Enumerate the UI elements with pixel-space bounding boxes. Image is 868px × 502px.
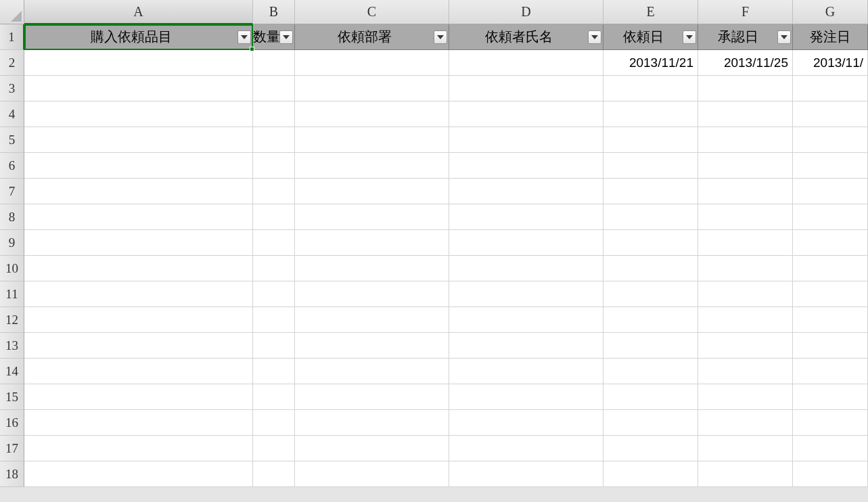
cell-d1[interactable]: 依頼者氏名 [449,24,603,50]
cell-b4[interactable] [253,101,295,127]
cell-b16[interactable] [253,410,295,436]
row-header-10[interactable]: 10 [0,256,24,281]
column-header-a[interactable]: A [24,0,253,24]
cell-g4[interactable] [793,101,868,127]
cell-d16[interactable] [449,410,603,436]
cell-d11[interactable] [449,281,603,307]
cell-b8[interactable] [253,204,295,230]
cell-d18[interactable] [449,461,603,487]
cell-g8[interactable] [793,204,868,230]
cell-a13[interactable] [24,333,253,359]
cell-g18[interactable] [793,461,868,487]
cell-e14[interactable] [603,359,698,384]
cell-f9[interactable] [698,230,793,256]
cell-b17[interactable] [253,436,295,461]
cell-f1[interactable]: 承認日 [698,24,793,50]
cell-a10[interactable] [24,256,253,281]
cell-e10[interactable] [603,256,698,281]
cell-f13[interactable] [698,333,793,359]
cell-f5[interactable] [698,127,793,153]
cell-c3[interactable] [295,76,449,101]
row-header-4[interactable]: 4 [0,101,24,127]
cell-a4[interactable] [24,101,253,127]
row-header-15[interactable]: 15 [0,384,24,410]
cell-c2[interactable] [295,50,449,76]
cell-b10[interactable] [253,256,295,281]
cell-e16[interactable] [603,410,698,436]
column-header-g[interactable]: G [793,0,868,24]
cell-c16[interactable] [295,410,449,436]
cell-c14[interactable] [295,359,449,384]
row-header-13[interactable]: 13 [0,333,24,359]
filter-button[interactable] [279,30,293,44]
cell-d2[interactable] [449,50,603,76]
cell-c12[interactable] [295,307,449,333]
cell-f18[interactable] [698,461,793,487]
cell-a3[interactable] [24,76,253,101]
cell-d10[interactable] [449,256,603,281]
cell-g10[interactable] [793,256,868,281]
cell-g1[interactable]: 発注日 [793,24,868,50]
cell-c11[interactable] [295,281,449,307]
filter-button[interactable] [434,30,447,44]
cell-d7[interactable] [449,179,603,204]
row-header-18[interactable]: 18 [0,461,24,487]
cell-b15[interactable] [253,384,295,410]
cell-a1[interactable]: 購入依頼品目 [24,24,253,50]
cell-b11[interactable] [253,281,295,307]
cell-d8[interactable] [449,204,603,230]
cell-f8[interactable] [698,204,793,230]
cell-b13[interactable] [253,333,295,359]
cell-f16[interactable] [698,410,793,436]
cell-f6[interactable] [698,153,793,179]
cell-g13[interactable] [793,333,868,359]
column-header-d[interactable]: D [449,0,603,24]
cell-b3[interactable] [253,76,295,101]
cell-b2[interactable] [253,50,295,76]
cell-c9[interactable] [295,230,449,256]
cell-b14[interactable] [253,359,295,384]
column-header-f[interactable]: F [698,0,793,24]
row-header-12[interactable]: 12 [0,307,24,333]
column-header-c[interactable]: C [295,0,449,24]
row-header-17[interactable]: 17 [0,436,24,461]
cell-b9[interactable] [253,230,295,256]
cell-d13[interactable] [449,333,603,359]
cell-g9[interactable] [793,230,868,256]
cell-b7[interactable] [253,179,295,204]
cell-g7[interactable] [793,179,868,204]
cell-f12[interactable] [698,307,793,333]
cell-g11[interactable] [793,281,868,307]
row-header-14[interactable]: 14 [0,359,24,384]
cell-d3[interactable] [449,76,603,101]
cell-c17[interactable] [295,436,449,461]
row-header-9[interactable]: 9 [0,230,24,256]
cell-a14[interactable] [24,359,253,384]
cell-a11[interactable] [24,281,253,307]
cell-e2[interactable]: 2013/11/21 [603,50,698,76]
cell-f14[interactable] [698,359,793,384]
cell-b12[interactable] [253,307,295,333]
cell-e1[interactable]: 依頼日 [603,24,698,50]
cell-g16[interactable] [793,410,868,436]
cell-c18[interactable] [295,461,449,487]
cell-f15[interactable] [698,384,793,410]
cell-g2[interactable]: 2013/11/ [793,50,868,76]
cell-g3[interactable] [793,76,868,101]
cell-e15[interactable] [603,384,698,410]
cell-g12[interactable] [793,307,868,333]
cell-b6[interactable] [253,153,295,179]
cell-e5[interactable] [603,127,698,153]
cell-e6[interactable] [603,153,698,179]
cell-a6[interactable] [24,153,253,179]
filter-button[interactable] [237,30,251,44]
cell-c1[interactable]: 依頼部署 [295,24,449,50]
row-header-16[interactable]: 16 [0,410,24,436]
cell-a18[interactable] [24,461,253,487]
row-header-5[interactable]: 5 [0,127,24,153]
cell-b18[interactable] [253,461,295,487]
filter-button[interactable] [588,30,601,44]
cell-f17[interactable] [698,436,793,461]
cell-g15[interactable] [793,384,868,410]
row-header-2[interactable]: 2 [0,50,24,76]
